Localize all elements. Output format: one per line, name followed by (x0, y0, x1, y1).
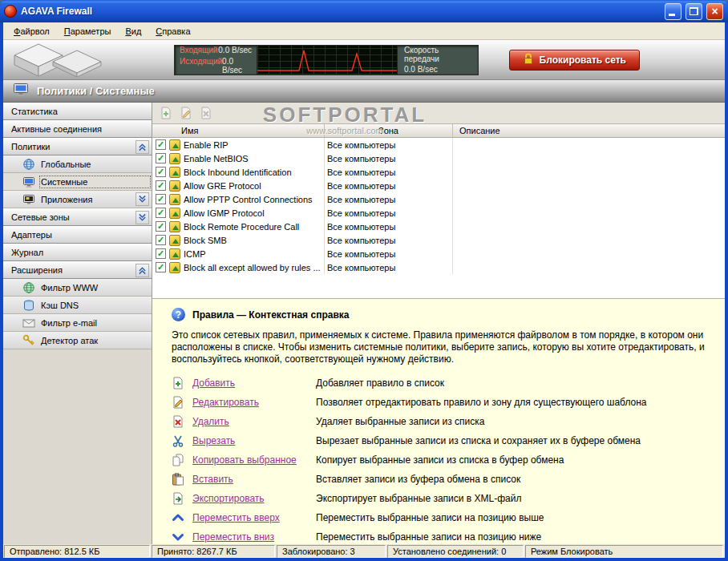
menu-firewall[interactable]: Файрвол (6, 24, 57, 38)
rule-description (453, 233, 725, 247)
menu-parameters[interactable]: Параметры (57, 24, 119, 38)
help-action-cut: Вырезать Вырезает выбранные записи из сп… (172, 431, 712, 450)
copy-link[interactable]: Копировать выбранное (192, 454, 316, 466)
sidebar-item-extensions[interactable]: Расширения (3, 261, 152, 279)
rules-toolbar (152, 103, 725, 124)
rule-checkbox[interactable] (156, 248, 166, 259)
sidebar-item-label: Расширения (11, 265, 135, 275)
sidebar-item-system[interactable]: Системные (3, 173, 152, 191)
chevron-down-icon[interactable] (135, 211, 149, 224)
rule-zone: Все компьютеры (325, 179, 453, 192)
add-icon (172, 377, 186, 389)
cut-link[interactable]: Вырезать (192, 435, 316, 446)
rule-zone: Все компьютеры (325, 220, 453, 233)
export-desc: Экспортирует выбранные записи в XML-файл (316, 493, 521, 504)
rule-zone: Все компьютеры (325, 192, 453, 206)
column-header-name[interactable]: Имя (152, 124, 325, 137)
restore-button[interactable] (686, 3, 702, 20)
sidebar-item-network-zones[interactable]: Сетевые зоны (3, 208, 152, 226)
agava-3d-logo (8, 41, 156, 79)
table-row[interactable]: Enable RIP Все компьютеры (152, 138, 725, 151)
move-down-link[interactable]: Переместить вниз (192, 531, 316, 543)
minimize-icon (669, 14, 675, 16)
table-row[interactable]: Allow IGMP Protocol Все компьютеры (152, 206, 725, 220)
sidebar-item-label: Адаптеры (11, 230, 149, 240)
rule-zone: Все компьютеры (325, 138, 453, 151)
rule-zone: Все компьютеры (325, 233, 453, 247)
edit-rule-button[interactable] (177, 104, 195, 122)
sidebar-item-policies[interactable]: Политики (3, 138, 152, 155)
rule-checkbox[interactable] (156, 167, 166, 177)
add-rule-button[interactable] (157, 104, 175, 122)
delete-rule-button[interactable] (197, 104, 215, 122)
status-sent: Отправлено: 812.5 КБ (4, 545, 150, 558)
paste-link[interactable]: Вставить (192, 474, 316, 485)
sidebar-item-applications[interactable]: Приложения (3, 191, 152, 208)
rule-checkbox[interactable] (156, 208, 166, 218)
delete-link[interactable]: Удалить (192, 416, 316, 427)
sidebar-item-filter-email[interactable]: Фильтр e-mail (3, 314, 152, 332)
paste-desc: Вставляет записи из буфера обмена в спис… (316, 474, 520, 485)
rule-name: Enable NetBIOS (184, 154, 249, 163)
close-button[interactable]: × (706, 3, 723, 20)
rule-checkbox[interactable] (156, 153, 166, 163)
status-connections: Установлено соединений: 0 (387, 545, 524, 558)
sidebar-item-label: Активные соединения (11, 124, 149, 134)
rule-name: Allow GRE Protocol (184, 181, 261, 191)
rule-checkbox[interactable] (156, 180, 166, 191)
app-logo-icon (4, 5, 17, 18)
sidebar-item-global[interactable]: Глобальные (3, 155, 152, 173)
sidebar-item-adapters[interactable]: Адаптеры (3, 226, 152, 244)
help-action-export: Экспортировать Экспортирует выбранные за… (172, 489, 712, 508)
rule-zone: Все компьютеры (325, 260, 453, 274)
globe-icon (22, 281, 35, 294)
chevron-down-icon[interactable] (135, 192, 149, 206)
edit-link[interactable]: Редактировать (192, 397, 316, 408)
sidebar-item-label: Сетевые зоны (11, 212, 135, 222)
column-header-description[interactable]: Описание (453, 124, 725, 137)
rule-zone: Все компьютеры (325, 247, 453, 260)
rule-checkbox[interactable] (156, 262, 166, 272)
minimize-button[interactable] (665, 3, 681, 20)
sidebar-item-label: Фильтр WWW (41, 283, 149, 293)
rule-checkbox[interactable] (156, 139, 166, 150)
export-link[interactable]: Экспортировать (192, 493, 316, 504)
lock-icon (523, 52, 534, 67)
menu-view[interactable]: Вид (118, 24, 148, 38)
table-row[interactable]: Allow GRE Protocol Все компьютеры (152, 179, 725, 192)
menu-help[interactable]: Справка (148, 24, 197, 38)
table-row[interactable]: Block all except allowed by rules ... Вс… (152, 260, 725, 274)
incoming-label: Входящий (180, 46, 217, 54)
rule-icon (169, 194, 180, 205)
table-row[interactable]: Block Inbound Identification Все компьют… (152, 165, 725, 179)
help-action-copy: Копировать выбранное Копирует выбранные … (172, 450, 712, 470)
chevron-up-icon[interactable] (135, 140, 149, 154)
block-network-button[interactable]: Блокировать сеть (509, 50, 640, 71)
sidebar-item-filter-www[interactable]: Фильтр WWW (3, 279, 152, 297)
speed-value: 0.0 B/sec (404, 65, 471, 74)
move-up-link[interactable]: Переместить вверх (192, 512, 316, 523)
rule-description (453, 165, 725, 179)
status-mode: Режим Блокировать (525, 545, 723, 558)
rule-checkbox[interactable] (156, 235, 166, 245)
table-row[interactable]: Block SMB Все компьютеры (152, 233, 725, 247)
paste-icon (172, 473, 186, 486)
cut-icon (172, 434, 186, 447)
chevron-up-icon[interactable] (135, 264, 149, 277)
table-row[interactable]: Block Remote Procedure Call Все компьюте… (152, 220, 725, 233)
table-row[interactable]: ICMP Все компьютеры (152, 247, 725, 260)
rule-checkbox[interactable] (156, 194, 166, 204)
table-row[interactable]: Allow PPTP Control Connections Все компь… (152, 192, 725, 206)
sidebar-item-statistics[interactable]: Статистика (3, 103, 152, 120)
add-link[interactable]: Добавить (192, 377, 316, 389)
column-header-zone[interactable]: Зона (325, 124, 453, 137)
sidebar-item-active-connections[interactable]: Активные соединения (3, 120, 152, 138)
table-row[interactable]: Enable NetBIOS Все компьютеры (152, 151, 725, 165)
sidebar-item-dns-cache[interactable]: Кэш DNS (3, 297, 152, 314)
sidebar-item-journal[interactable]: Журнал (3, 244, 152, 261)
status-blocked: Заблокировано: 3 (277, 545, 386, 558)
move-up-desc: Переместить выбранные записи на позицию … (316, 512, 544, 523)
globe-icon (22, 158, 35, 171)
rule-checkbox[interactable] (156, 221, 166, 232)
sidebar-item-attack-detector[interactable]: Детектор атак (3, 332, 152, 349)
